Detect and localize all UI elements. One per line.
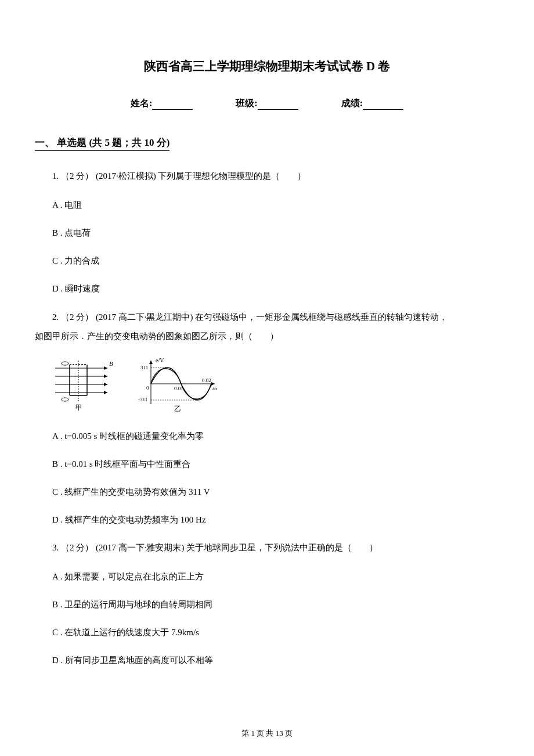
name-field: 姓名: xyxy=(131,98,193,110)
section-1-header: 一、 单选题 (共 5 题；共 10 分) xyxy=(35,136,169,151)
q2-figure: B 甲 e/V 311 -311 0 0.01 0.02 t/s xyxy=(52,358,499,413)
class-label: 班级: xyxy=(236,98,257,108)
q3-option-b: B . 卫星的运行周期与地球的自转周期相同 xyxy=(35,596,499,613)
q2-figure-svg: B 甲 e/V 311 -311 0 0.01 0.02 t/s xyxy=(52,358,221,413)
name-label: 姓名: xyxy=(131,98,152,108)
q2-stem-line1: 2. （2 分） (2017 高二下·黑龙江期中) 在匀强磁场中，一矩形金属线框… xyxy=(35,308,499,327)
q3-option-d: D . 所有同步卫星离地面的高度可以不相等 xyxy=(35,651,499,669)
name-underline xyxy=(152,109,193,110)
svg-point-13 xyxy=(62,362,68,365)
svg-text:甲: 甲 xyxy=(75,404,82,412)
score-underline xyxy=(363,109,403,110)
q3-option-c: C . 在轨道上运行的线速度大于 7.9km/s xyxy=(35,624,499,641)
svg-text:311: 311 xyxy=(140,365,148,370)
emf-graph: e/V 311 -311 0 0.01 0.02 t/s 乙 xyxy=(138,358,218,413)
svg-text:e/V: e/V xyxy=(156,358,164,363)
svg-text:0.01: 0.01 xyxy=(174,386,183,391)
svg-marker-3 xyxy=(104,375,107,378)
svg-text:0: 0 xyxy=(146,385,149,391)
svg-text:t/s: t/s xyxy=(212,386,218,391)
q2-option-a: A . t=0.005 s 时线框的磁通量变化率为零 xyxy=(35,427,499,445)
coil-diagram: B 甲 xyxy=(55,360,113,412)
q2-option-c: C . 线框产生的交变电动势有效值为 311 V xyxy=(35,483,499,501)
q1-option-d: D . 瞬时速度 xyxy=(35,280,499,297)
svg-marker-5 xyxy=(104,383,107,386)
svg-marker-20 xyxy=(149,361,153,364)
class-field: 班级: xyxy=(236,98,298,110)
svg-text:乙: 乙 xyxy=(174,405,181,413)
class-underline xyxy=(258,109,298,110)
q2-stem: 2. （2 分） (2017 高二下·黑龙江期中) 在匀强磁场中，一矩形金属线框… xyxy=(35,308,499,346)
score-field: 成绩: xyxy=(341,98,403,110)
q3-stem: 3. （2 分） (2017 高一下·雅安期末) 关于地球同步卫星，下列说法中正… xyxy=(35,539,499,556)
q1-option-c: C . 力的合成 xyxy=(35,252,499,269)
svg-marker-1 xyxy=(104,366,107,370)
svg-text:-311: -311 xyxy=(138,397,147,402)
q2-option-b: B . t=0.01 s 时线框平面与中性面重合 xyxy=(35,455,499,473)
q1-stem: 1. （2 分） (2017·松江模拟) 下列属于理想化物理模型的是（ ） xyxy=(35,167,499,185)
svg-point-14 xyxy=(62,398,68,401)
score-label: 成绩: xyxy=(341,98,363,108)
svg-text:B: B xyxy=(109,360,113,367)
q3-option-a: A . 如果需要，可以定点在北京的正上方 xyxy=(35,568,499,585)
q2-option-d: D . 线框产生的交变电动势频率为 100 Hz xyxy=(35,511,499,528)
svg-marker-7 xyxy=(104,391,107,394)
q1-option-a: A . 电阻 xyxy=(35,196,499,214)
svg-text:0.02: 0.02 xyxy=(202,377,211,383)
exam-title: 陕西省高三上学期理综物理期末考试试卷 D 卷 xyxy=(35,58,499,74)
page-footer: 第 1 页 共 13 页 xyxy=(0,728,534,739)
q2-stem-line2: 如图甲所示．产生的交变电动势的图象如图乙所示，则（ ） xyxy=(35,332,279,341)
student-info-row: 姓名: 班级: 成绩: xyxy=(35,98,499,110)
q1-option-b: B . 点电荷 xyxy=(35,224,499,242)
